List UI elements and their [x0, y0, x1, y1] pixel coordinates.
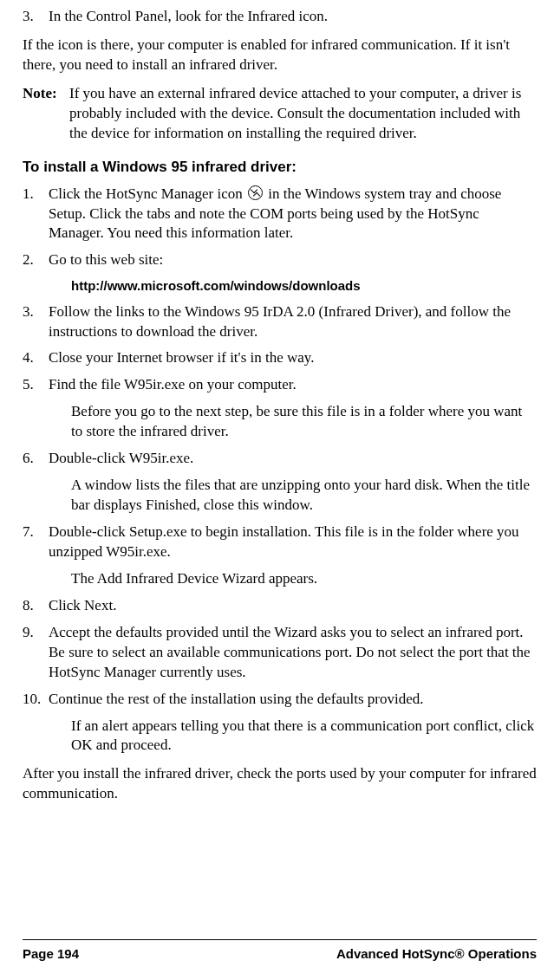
- step-number: 1.: [23, 185, 49, 244]
- step-number: 4.: [23, 348, 49, 368]
- step-8: 8. Click Next.: [23, 596, 537, 616]
- chapter-title: Advanced HotSync® Operations: [336, 945, 537, 963]
- step-2: 2. Go to this web site:: [23, 250, 537, 270]
- step-text: Accept the defaults provided until the W…: [49, 623, 537, 683]
- intro-paragraph: If the icon is there, your computer is e…: [23, 36, 537, 75]
- step-number: 2.: [23, 250, 49, 270]
- step-5: 5. Find the file W95ir.exe on your compu…: [23, 375, 537, 395]
- download-url: http://www.microsoft.com/windows/downloa…: [71, 277, 537, 295]
- step-4: 4. Close your Internet browser if it's i…: [23, 348, 537, 368]
- step-1: 1. Click the HotSync Manager icon in the…: [23, 185, 537, 244]
- step-text: Follow the links to the Windows 95 IrDA …: [49, 302, 537, 342]
- step-number: 5.: [23, 375, 49, 395]
- closing-paragraph: After you install the infrared driver, c…: [23, 764, 537, 804]
- note-text: If you have an external infrared device …: [69, 84, 537, 144]
- step-text: Double-click Setup.exe to begin installa…: [49, 522, 537, 562]
- step-text: Go to this web site:: [49, 250, 537, 270]
- step-number: 10.: [23, 690, 49, 710]
- step-number: 8.: [23, 596, 49, 616]
- step-3-top: 3. In the Control Panel, look for the In…: [23, 7, 537, 27]
- step-6: 6. Double-click W95ir.exe.: [23, 449, 537, 469]
- step-number: 3.: [23, 302, 49, 342]
- step-6-note: A window lists the files that are unzipp…: [71, 476, 537, 516]
- step-9: 9. Accept the defaults provided until th…: [23, 623, 537, 683]
- step-5-note: Before you go to the next step, be sure …: [71, 402, 537, 442]
- note-label: Note:: [23, 84, 69, 144]
- step-number: 9.: [23, 623, 49, 683]
- step-number: 3.: [23, 7, 49, 27]
- step-3: 3. Follow the links to the Windows 95 Ir…: [23, 302, 537, 342]
- step-10: 10. Continue the rest of the installatio…: [23, 690, 537, 710]
- step-text: Find the file W95ir.exe on your computer…: [49, 375, 537, 395]
- step-text-pre: Click the HotSync Manager icon: [49, 185, 246, 202]
- page-number: Page 194: [23, 945, 79, 963]
- note-block: Note: If you have an external infrared d…: [23, 84, 537, 144]
- step-7: 7. Double-click Setup.exe to begin insta…: [23, 522, 537, 562]
- hotsync-icon: [248, 185, 263, 200]
- step-text: Double-click W95ir.exe.: [49, 449, 537, 469]
- step-10-note: If an alert appears telling you that the…: [71, 717, 537, 756]
- step-text: Click Next.: [49, 596, 537, 616]
- step-number: 6.: [23, 449, 49, 469]
- step-text: Close your Internet browser if it's in t…: [49, 348, 537, 368]
- section-heading: To install a Windows 95 infrared driver:: [23, 158, 537, 178]
- step-text: Click the HotSync Manager icon in the Wi…: [49, 185, 537, 244]
- step-number: 7.: [23, 522, 49, 562]
- step-text: Continue the rest of the installation us…: [49, 690, 537, 710]
- step-7-note: The Add Infrared Device Wizard appears.: [71, 569, 537, 589]
- page-footer: Page 194 Advanced HotSync® Operations: [23, 939, 537, 963]
- step-text: In the Control Panel, look for the Infra…: [49, 7, 537, 27]
